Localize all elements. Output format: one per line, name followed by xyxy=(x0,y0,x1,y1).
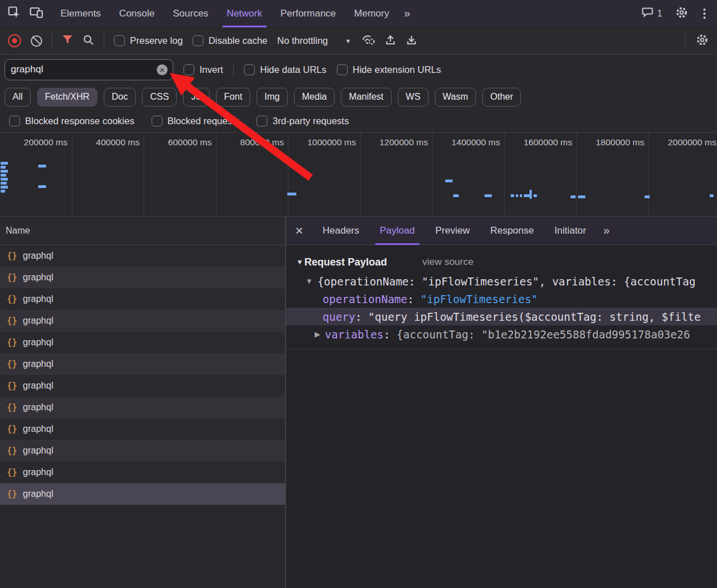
request-row[interactable]: {}graphql xyxy=(0,288,285,310)
request-row[interactable]: {}graphql xyxy=(0,375,285,397)
request-row[interactable]: {}graphql xyxy=(0,462,285,483)
filter-chip-font[interactable]: Font xyxy=(216,88,250,107)
request-name: graphql xyxy=(23,294,53,304)
devtools-tabbar: Elements Console Sources Network Perform… xyxy=(0,0,717,27)
blocked-response-cookies-checkbox[interactable]: Blocked response cookies xyxy=(9,116,135,126)
waterfall-bar xyxy=(453,194,459,197)
tab-performance[interactable]: Performance xyxy=(271,0,345,27)
clear-filter-icon[interactable]: × xyxy=(157,64,168,75)
throttling-select[interactable]: No throttling ▼ xyxy=(277,35,351,46)
tab-network[interactable]: Network xyxy=(218,0,271,27)
waterfall-bar xyxy=(1,190,5,193)
json-string-value: "query ipFlowTimeseries($accountTag: str… xyxy=(368,311,700,323)
collapse-triangle-icon[interactable]: ▼ xyxy=(296,258,303,266)
tab-console[interactable]: Console xyxy=(110,0,164,27)
invert-label: Invert xyxy=(199,64,223,75)
request-name: graphql xyxy=(23,402,53,413)
checkbox-icon xyxy=(337,64,348,75)
tab-preview[interactable]: Preview xyxy=(425,217,480,245)
search-icon[interactable] xyxy=(83,34,94,48)
request-name: graphql xyxy=(23,489,53,499)
device-toolbar-icon[interactable] xyxy=(30,7,43,21)
tab-response[interactable]: Response xyxy=(480,217,544,245)
payload-variables-row[interactable]: ▶variables: {accountTag: "b1e2b2192ee558… xyxy=(286,325,717,343)
request-row[interactable]: {}graphql xyxy=(0,245,285,267)
throttling-value: No throttling xyxy=(277,35,328,46)
tab-headers[interactable]: Headers xyxy=(312,217,369,245)
request-name: graphql xyxy=(23,337,53,348)
waterfall-bar xyxy=(533,194,537,197)
timeline-label: 400000 ms xyxy=(72,133,145,216)
request-row[interactable]: {}graphql xyxy=(0,310,285,332)
waterfall-bar xyxy=(1,174,6,177)
tab-elements[interactable]: Elements xyxy=(51,0,110,27)
payload-operation-row: operationName: "ipFlowTimeseries" xyxy=(286,290,717,308)
request-row[interactable]: {}graphql xyxy=(0,418,285,440)
payload-query-row[interactable]: query: "query ipFlowTimeseries($accountT… xyxy=(286,308,717,325)
invert-checkbox[interactable]: Invert xyxy=(184,64,223,75)
network-settings-gear-icon[interactable] xyxy=(695,33,709,49)
request-row[interactable]: {}graphql xyxy=(0,397,285,418)
filter-chip-doc[interactable]: Doc xyxy=(104,88,136,107)
request-row[interactable]: {}graphql xyxy=(0,332,285,353)
network-filter-input[interactable]: graphql × xyxy=(5,59,173,80)
third-party-requests-checkbox[interactable]: 3rd-party requests xyxy=(256,116,349,126)
close-details-icon[interactable]: × xyxy=(286,223,312,239)
filter-value: graphql xyxy=(11,64,43,75)
request-name: graphql xyxy=(23,359,53,369)
filter-chip-ws[interactable]: WS xyxy=(398,88,429,107)
filter-chip-js[interactable]: JS xyxy=(183,88,210,107)
network-overview-timeline[interactable]: 200000 ms400000 ms600000 ms800000 ms1000… xyxy=(0,132,717,217)
hide-extension-urls-checkbox[interactable]: Hide extension URLs xyxy=(337,64,441,75)
request-row[interactable]: {}graphql xyxy=(0,440,285,462)
tab-sources[interactable]: Sources xyxy=(164,0,217,27)
waterfall-bar xyxy=(571,195,576,198)
name-column-header[interactable]: Name xyxy=(0,217,285,245)
waterfall-bar xyxy=(38,165,46,168)
view-source-link[interactable]: view source xyxy=(422,256,474,268)
filter-chip-img[interactable]: Img xyxy=(256,88,288,107)
filter-chip-fetch-xhr[interactable]: Fetch/XHR xyxy=(37,88,97,107)
clear-log-icon[interactable] xyxy=(31,35,42,47)
tab-memory[interactable]: Memory xyxy=(345,0,398,27)
inspect-element-icon[interactable] xyxy=(8,6,21,21)
more-tabs-icon[interactable]: » xyxy=(398,7,416,20)
filter-chip-css[interactable]: CSS xyxy=(142,88,177,107)
timeline-label: 600000 ms xyxy=(144,133,217,216)
kebab-menu-icon[interactable] xyxy=(701,9,708,19)
waterfall-bar xyxy=(1,178,8,181)
timeline-label: 200000 ms xyxy=(0,133,72,216)
record-button[interactable] xyxy=(8,34,21,47)
request-row[interactable]: {}graphql xyxy=(0,353,285,375)
blocked-requests-checkbox[interactable]: Blocked requests xyxy=(152,116,240,126)
request-row[interactable]: {}graphql xyxy=(0,267,285,288)
import-har-icon[interactable] xyxy=(406,34,417,48)
more-details-tabs-icon[interactable]: » xyxy=(596,224,616,237)
fetch-braces-icon: {} xyxy=(7,467,17,477)
preserve-log-checkbox[interactable]: Preserve log xyxy=(114,35,183,46)
disable-cache-checkbox[interactable]: Disable cache xyxy=(193,35,268,46)
filter-chip-manifest[interactable]: Manifest xyxy=(341,88,391,107)
filter-chip-wasm[interactable]: Wasm xyxy=(435,88,476,107)
issues-counter[interactable]: 1 xyxy=(642,7,662,20)
filter-chip-other[interactable]: Other xyxy=(482,88,521,107)
filter-funnel-icon[interactable] xyxy=(62,35,73,47)
request-row-selected[interactable]: {}graphql xyxy=(0,483,285,505)
tab-initiator[interactable]: Initiator xyxy=(544,217,597,245)
checkbox-icon xyxy=(114,35,125,46)
issues-count: 1 xyxy=(657,9,662,19)
request-details-pane: × Headers Payload Preview Response Initi… xyxy=(286,217,717,588)
tab-payload[interactable]: Payload xyxy=(369,217,425,245)
filter-chip-media[interactable]: Media xyxy=(294,88,335,107)
fetch-braces-icon: {} xyxy=(7,489,17,499)
settings-gear-icon[interactable] xyxy=(675,6,689,22)
filter-chip-all[interactable]: All xyxy=(5,88,31,107)
hide-data-urls-checkbox[interactable]: Hide data URLs xyxy=(244,64,326,75)
chevron-down-icon: ▼ xyxy=(345,38,351,44)
network-conditions-icon[interactable] xyxy=(361,34,375,48)
waterfall-bar xyxy=(1,186,8,189)
third-party-requests-label: 3rd-party requests xyxy=(272,116,349,126)
payload-root-row[interactable]: ▼{operationName: "ipFlowTimeseries", var… xyxy=(286,272,717,290)
fetch-braces-icon: {} xyxy=(7,251,17,261)
export-har-icon[interactable] xyxy=(385,34,396,48)
